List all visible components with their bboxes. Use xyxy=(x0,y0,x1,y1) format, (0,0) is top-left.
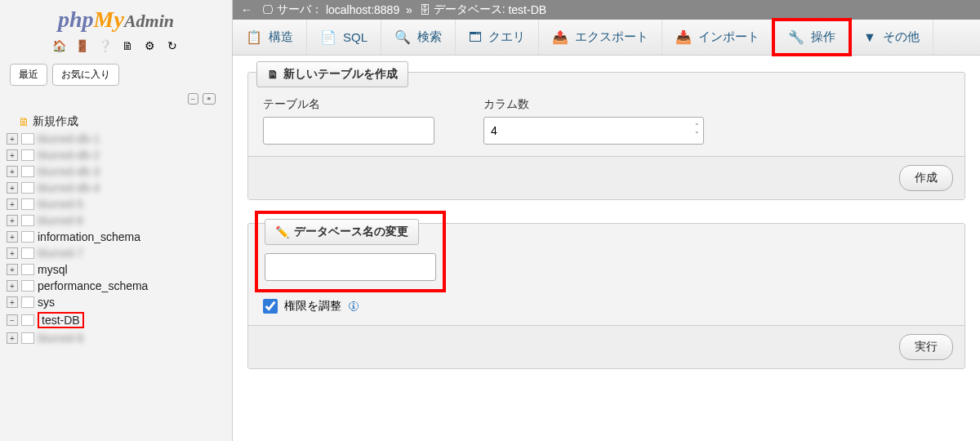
link-icon[interactable]: ⚭ xyxy=(203,93,216,105)
logout-icon[interactable]: 🚪 xyxy=(75,39,90,54)
chevron-up-icon[interactable]: ˄ xyxy=(695,122,699,131)
reload-icon[interactable]: ↻ xyxy=(165,39,180,54)
tree-item[interactable]: −test-DB xyxy=(7,310,225,330)
rename-db-button[interactable]: 実行 xyxy=(899,334,953,360)
collapse-all-icon[interactable]: – xyxy=(188,93,198,105)
tab-search[interactable]: 🔍検索 xyxy=(381,20,456,55)
columns-label: カラム数 xyxy=(483,97,704,112)
tree-item[interactable]: +information_schema xyxy=(7,229,225,245)
expand-icon[interactable]: + xyxy=(7,231,18,243)
logo-part-php: php xyxy=(58,7,94,32)
rename-db-panel: ✏️ データベース名の変更 権限を調整 🛈 実行 xyxy=(247,223,965,369)
expand-icon[interactable]: + xyxy=(7,264,18,275)
tree-item-label: blurred-db-4 xyxy=(38,181,100,194)
columns-spinner[interactable]: ˄˅ xyxy=(695,117,699,145)
tab-operations-label: 操作 xyxy=(811,29,835,45)
rename-db-input[interactable] xyxy=(265,253,436,281)
home-icon[interactable]: 🏠 xyxy=(52,39,67,54)
tab-more[interactable]: ▼その他 xyxy=(850,20,933,55)
expand-icon[interactable]: + xyxy=(7,296,18,308)
back-icon[interactable]: ← xyxy=(241,3,252,16)
tree-item-label: blurred-db-2 xyxy=(38,149,100,162)
tab-structure[interactable]: 📋構造 xyxy=(233,20,307,55)
expand-icon[interactable]: + xyxy=(7,247,18,259)
new-db-icon: 🗎 xyxy=(18,115,29,128)
tab-query[interactable]: 🗔クエリ xyxy=(456,20,539,55)
sql-icon[interactable]: 🗎 xyxy=(120,39,135,54)
table-name-label: テーブル名 xyxy=(263,97,434,112)
chevron-down-icon: ▼ xyxy=(863,30,876,45)
tree-item[interactable]: +mysql xyxy=(7,261,225,278)
breadcrumb-sep: » xyxy=(406,3,412,16)
table-name-input[interactable] xyxy=(263,117,434,145)
tree-item[interactable]: +blurred-db-4 xyxy=(7,180,225,196)
database-icon xyxy=(21,264,34,275)
create-table-button[interactable]: 作成 xyxy=(899,165,953,191)
create-table-legend-label: 新しいテーブルを作成 xyxy=(283,67,398,82)
logo[interactable]: phpMyAdmin xyxy=(0,0,232,36)
tab-operations[interactable]: 🔧操作 xyxy=(772,18,852,56)
database-icon xyxy=(21,296,34,308)
pencil-icon: ✏️ xyxy=(275,225,289,238)
database-icon xyxy=(21,166,34,177)
chevron-down-icon[interactable]: ˅ xyxy=(695,131,699,139)
search-icon: 🔍 xyxy=(394,29,411,45)
help-icon[interactable]: 🛈 xyxy=(348,300,359,313)
gear-icon[interactable]: ⚙ xyxy=(142,39,157,54)
create-table-panel: 🗎 新しいテーブルを作成 テーブル名 カラム数 ˄˅ xyxy=(247,72,965,200)
expand-icon[interactable]: + xyxy=(7,198,18,210)
expand-icon[interactable]: + xyxy=(7,280,18,292)
logo-part-admin: Admin xyxy=(124,11,174,31)
db-value[interactable]: test-DB xyxy=(508,3,546,16)
collapse-controls: – ⚭ xyxy=(0,89,232,111)
breadcrumb-bar: ← 🖵 サーバ： localhost:8889 » 🗄 データベース: test… xyxy=(233,0,980,20)
favorites-button[interactable]: お気に入り xyxy=(52,64,119,86)
tree-item-label: blurred-8 xyxy=(38,332,83,345)
expand-icon[interactable]: + xyxy=(7,149,18,161)
tree-new-label: 新規作成 xyxy=(33,114,78,129)
expand-icon[interactable]: + xyxy=(7,215,18,226)
tree-item-label: mysql xyxy=(38,263,68,276)
tab-sql[interactable]: 📄SQL xyxy=(307,20,381,55)
main: ← 🖵 サーバ： localhost:8889 » 🗄 データベース: test… xyxy=(233,0,980,441)
docs-icon[interactable]: ❔ xyxy=(97,39,112,54)
tree-item[interactable]: +blurred-db-3 xyxy=(7,163,225,180)
logo-part-my: My xyxy=(94,7,124,32)
wrench-icon: 🔧 xyxy=(788,29,804,45)
adjust-privileges-checkbox[interactable] xyxy=(263,299,278,314)
tree-item[interactable]: +blurred-db-2 xyxy=(7,147,225,163)
database-icon xyxy=(21,332,34,344)
tree-item[interactable]: +sys xyxy=(7,294,225,310)
database-icon: 🗄 xyxy=(419,3,430,16)
tree-item[interactable]: +blurred-5 xyxy=(7,196,225,212)
query-icon: 🗔 xyxy=(469,30,482,45)
tab-more-label: その他 xyxy=(883,29,920,45)
tree-item[interactable]: +blurred-6 xyxy=(7,212,225,229)
tab-import[interactable]: 📥インポート xyxy=(662,20,773,55)
import-icon: 📥 xyxy=(675,29,692,45)
expand-icon[interactable]: + xyxy=(7,182,18,194)
export-icon: 📤 xyxy=(552,29,568,45)
expand-icon[interactable]: + xyxy=(7,332,18,344)
toolbar-icons: 🏠 🚪 ❔ 🗎 ⚙ ↻ xyxy=(0,36,232,60)
tree-item-label: sys xyxy=(38,296,55,309)
database-icon xyxy=(21,314,34,326)
columns-field: カラム数 ˄˅ xyxy=(483,97,704,145)
expand-icon[interactable]: − xyxy=(7,314,18,326)
recent-button[interactable]: 最近 xyxy=(10,64,47,86)
tree-item[interactable]: +blurred-8 xyxy=(7,330,225,346)
expand-icon[interactable]: + xyxy=(7,133,18,145)
columns-input[interactable] xyxy=(483,117,704,145)
tree-item[interactable]: +blurred-7 xyxy=(7,245,225,261)
tab-export[interactable]: 📤エクスポート xyxy=(539,20,662,55)
tree-new[interactable]: 🗎 新規作成 xyxy=(7,113,225,131)
expand-icon[interactable]: + xyxy=(7,166,18,177)
rename-db-legend: ✏️ データベース名の変更 xyxy=(265,219,419,245)
tree-item[interactable]: +blurred-db-1 xyxy=(7,131,225,147)
content-area: 🗎 新しいテーブルを作成 テーブル名 カラム数 ˄˅ xyxy=(233,56,980,408)
sql-tab-icon: 📄 xyxy=(320,29,336,45)
tree-item[interactable]: +performance_schema xyxy=(7,278,225,294)
tab-import-label: インポート xyxy=(698,29,760,45)
db-tree: 🗎 新規作成 +blurred-db-1+blurred-db-2+blurre… xyxy=(0,111,232,353)
server-value[interactable]: localhost:8889 xyxy=(326,3,399,16)
